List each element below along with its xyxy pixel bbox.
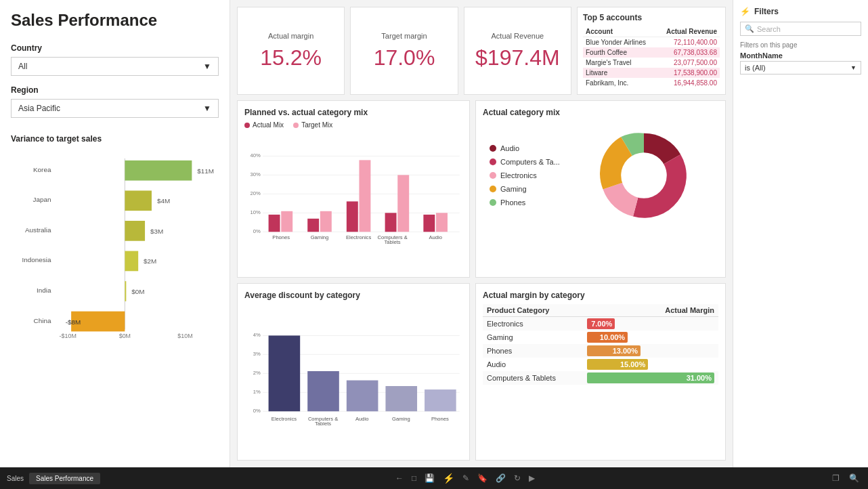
nav-bookmark-icon[interactable]: 🔖 bbox=[475, 472, 490, 484]
margin-row: Gaming10.00% bbox=[483, 331, 718, 344]
sidebar: Sales Performance Country All ▼ Region A… bbox=[0, 0, 230, 467]
y-label-japan: Japan bbox=[32, 196, 51, 203]
kpi-target-margin: Target margin 17.0% bbox=[350, 7, 458, 95]
donut-container: Audio Computers & Ta... Electronics bbox=[483, 121, 718, 230]
top5-col-account: Account bbox=[583, 26, 657, 37]
main-content: Sales Performance Country All ▼ Region A… bbox=[0, 0, 868, 467]
val-indonesia: $2M bbox=[144, 257, 156, 265]
search-placeholder: Search bbox=[757, 25, 781, 33]
margin-bar-cell: 10.00% bbox=[583, 331, 718, 344]
bar-electronics-target bbox=[359, 160, 370, 232]
filter1-arrow: ▼ bbox=[850, 64, 856, 71]
donut-svg bbox=[569, 121, 718, 230]
bar-phones-discount bbox=[425, 389, 456, 411]
bar-korea bbox=[125, 161, 192, 181]
val-india: $0M bbox=[131, 288, 144, 295]
fullscreen-icon[interactable]: ❐ bbox=[830, 472, 842, 484]
nav-link-icon[interactable]: 🔗 bbox=[494, 472, 508, 484]
kpi-actual-margin-label: Actual margin bbox=[268, 32, 313, 40]
country-select[interactable]: All ▼ bbox=[11, 57, 219, 76]
page-label: Sales bbox=[7, 475, 24, 482]
bar-elec-discount bbox=[269, 335, 301, 411]
nav-stop-icon[interactable]: □ bbox=[410, 472, 418, 484]
kpi-actual-margin: Actual margin 15.2% bbox=[237, 7, 345, 95]
region-select[interactable]: Asia Pacific ▼ bbox=[11, 99, 219, 118]
margin-bar: 15.00% bbox=[587, 359, 648, 370]
svg-text:10%: 10% bbox=[250, 209, 260, 215]
y-label-china: China bbox=[34, 317, 51, 324]
margin-bar: 10.00% bbox=[587, 332, 628, 343]
nav-save-icon[interactable]: 💾 bbox=[422, 472, 437, 484]
x-label-0: $0M bbox=[119, 333, 131, 339]
top5-row: Margie's Travel23,077,500.00 bbox=[583, 58, 720, 68]
filter-search-box[interactable]: 🔍 Search bbox=[740, 22, 861, 36]
nav-logo-icon: ⚡ bbox=[441, 471, 456, 485]
page-tab[interactable]: Sales Performance bbox=[29, 473, 100, 484]
margin-row: Computers & Tablets31.00% bbox=[483, 371, 718, 385]
top5-revenue: 17,538,900.00 bbox=[657, 68, 720, 78]
filters-header: ⚡ Filters bbox=[740, 7, 861, 16]
region-label: Region bbox=[11, 85, 219, 95]
val-australia: $3M bbox=[150, 228, 163, 235]
legend-electronics-label: Electronics bbox=[500, 171, 537, 179]
svg-text:Gaming: Gaming bbox=[392, 416, 410, 422]
top5-table: Account Actual Revenue Blue Yonder Airli… bbox=[583, 26, 720, 88]
nav-pencil-icon[interactable]: ✎ bbox=[460, 472, 471, 484]
top5-revenue: 72,110,400.00 bbox=[657, 37, 720, 48]
search-taskbar-icon[interactable]: 🔍 bbox=[847, 472, 861, 484]
top5-row: Fourth Coffee67,738,033.68 bbox=[583, 47, 720, 58]
planned-chart-title: Planned vs. actual category mix bbox=[244, 108, 462, 117]
y-label-australia: Australia bbox=[25, 226, 51, 234]
planned-legend: Actual Mix Target Mix bbox=[244, 121, 462, 129]
bar-phones-target bbox=[281, 211, 292, 232]
planned-chart-card: Planned vs. actual category mix Actual M… bbox=[237, 100, 470, 278]
variance-svg: Korea Japan Australia Indonesia India Ch… bbox=[11, 152, 219, 346]
actual-mix-card: Actual category mix Audio Computers & Ta… bbox=[475, 100, 726, 278]
taskbar-right: ❐ 🔍 bbox=[830, 472, 861, 484]
legend-gaming: Gaming bbox=[490, 185, 560, 193]
kpi-actual-margin-value: 15.2% bbox=[260, 45, 322, 70]
y-label-korea: Korea bbox=[33, 166, 51, 173]
on-this-page-label: Filters on this page bbox=[740, 41, 861, 49]
bar-audio-target bbox=[436, 213, 448, 232]
margin-bar: 31.00% bbox=[587, 373, 714, 383]
svg-text:Electronics: Electronics bbox=[272, 416, 297, 422]
svg-text:20%: 20% bbox=[250, 190, 260, 196]
app-container: Sales Performance Country All ▼ Region A… bbox=[0, 0, 868, 489]
search-icon: 🔍 bbox=[745, 24, 754, 33]
nav-back-icon[interactable]: ← bbox=[393, 472, 406, 484]
avg-discount-title: Average discount by category bbox=[244, 291, 462, 300]
legend-target-mix-label: Target Mix bbox=[301, 121, 332, 129]
taskbar-center: ← □ 💾 ⚡ ✎ 🔖 🔗 ↻ ▶ bbox=[393, 471, 537, 485]
bar-audio-actual bbox=[423, 215, 435, 232]
filter1-name: MonthName bbox=[740, 51, 861, 60]
kpi-target-margin-value: 17.0% bbox=[374, 45, 435, 70]
svg-text:Gaming: Gaming bbox=[311, 234, 329, 240]
legend-phones-label: Phones bbox=[500, 198, 525, 207]
country-arrow: ▼ bbox=[203, 62, 211, 71]
kpi-actual-revenue-value: $197.4M bbox=[475, 45, 560, 70]
donut-hole bbox=[621, 152, 667, 198]
avg-discount-card: Average discount by category 4% 3% 2% 1%… bbox=[237, 283, 470, 461]
filter1-dropdown[interactable]: is (All) ▼ bbox=[740, 61, 861, 75]
legend-computers: Computers & Ta... bbox=[490, 158, 560, 166]
nav-play-icon[interactable]: ▶ bbox=[527, 472, 537, 484]
bar-computers-target bbox=[397, 175, 409, 232]
right-panel: Actual margin 15.2% Target margin 17.0% … bbox=[230, 0, 733, 467]
legend-audio: Audio bbox=[490, 144, 560, 152]
top5-row: Blue Yonder Airlines72,110,400.00 bbox=[583, 37, 720, 48]
planned-chart-svg: 40% 30% 20% 10% 0% bbox=[244, 131, 462, 267]
country-label: Country bbox=[11, 43, 219, 53]
filter1-value: is (All) bbox=[745, 64, 766, 72]
margin-category: Computers & Tablets bbox=[483, 371, 583, 385]
kpi-actual-revenue-label: Actual Revenue bbox=[491, 32, 544, 40]
region-arrow: ▼ bbox=[203, 104, 211, 113]
top5-account: Litware bbox=[583, 68, 657, 78]
bar-gaming-discount bbox=[385, 386, 417, 411]
svg-text:Tablets: Tablets bbox=[315, 421, 331, 427]
svg-text:4%: 4% bbox=[253, 332, 261, 338]
val-china: -$8M bbox=[66, 318, 81, 326]
sidebar-title: Sales Performance bbox=[11, 11, 219, 30]
nav-refresh-icon[interactable]: ↻ bbox=[512, 472, 523, 484]
filters-title: Filters bbox=[754, 7, 779, 16]
